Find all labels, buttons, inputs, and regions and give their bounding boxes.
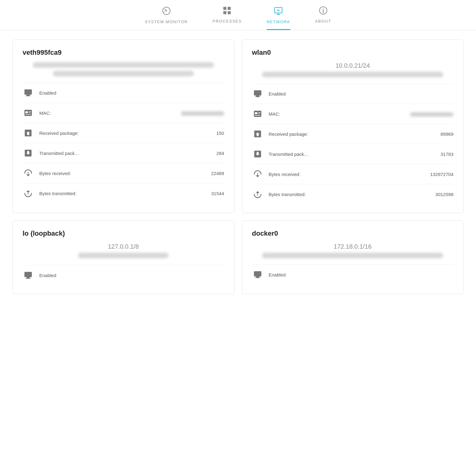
svg-rect-13 <box>24 89 32 95</box>
veth-status-label: Enabled <box>39 90 224 96</box>
wlan0-blurred-bar <box>262 72 443 77</box>
docker0-ip: 172.18.0.1/16 <box>252 243 454 250</box>
lo-ip: 127.0.0.1/8 <box>23 243 224 250</box>
svg-rect-31 <box>255 96 260 97</box>
svg-rect-46 <box>27 277 30 278</box>
veth-rx-packages-row: Received package: 150 <box>23 123 224 143</box>
monitor-icon-docker0 <box>252 269 263 280</box>
mac-icon-veth <box>23 107 34 118</box>
wlan0-rx-packages-row: Received package: 89969 <box>252 124 454 144</box>
svg-marker-43 <box>256 191 259 193</box>
svg-rect-17 <box>25 111 28 113</box>
card-wlan0: wlan0 10.0.0.21/24 Enabled <box>242 40 464 213</box>
bytes-tx-icon-veth <box>23 188 34 199</box>
network-cards-grid: veth995fca9 Enabled <box>12 40 464 294</box>
download-pkg-icon-wlan0 <box>252 128 263 139</box>
bytes-tx-icon-wlan0 <box>252 189 263 200</box>
card-veth995fca9: veth995fca9 Enabled <box>12 40 234 213</box>
wlan0-mac-row: MAC: <box>252 104 454 124</box>
info-icon <box>319 6 328 16</box>
lo-status-label: Enabled <box>39 273 224 278</box>
wlan0-bytes-tx-label: Bytes transmitted: <box>269 192 430 197</box>
gauge-icon <box>162 6 171 17</box>
veth-bytes-rx-label: Bytes received: <box>39 171 206 176</box>
nav-item-processes[interactable]: PROCESSES <box>212 6 242 28</box>
veth-tx-value: 284 <box>216 151 224 156</box>
docker0-status-label: Enabled <box>269 272 454 277</box>
navigation: SYSTEM MONITOR PROCESSES IP NETWORK <box>0 0 476 30</box>
system-monitor-label: SYSTEM MONITOR <box>145 19 188 24</box>
bytes-rx-icon-wlan0 <box>252 169 263 180</box>
veth-bytes-tx-label: Bytes transmitted: <box>39 191 206 196</box>
lo-blurred-bar <box>78 253 169 258</box>
wlan0-ip: 10.0.0.21/24 <box>252 62 454 69</box>
wlan0-bytes-tx-row: Bytes transmitted: 3012598 <box>252 184 454 204</box>
veth-tx-packages-row: Transmitted pack… 284 <box>23 143 224 163</box>
svg-rect-49 <box>256 276 259 277</box>
veth-bytes-rx-row: Bytes received: 22489 <box>23 163 224 183</box>
card-title-lo: lo (loopback) <box>23 229 224 238</box>
wlan0-bytes-rx-row: Bytes received: 132872704 <box>252 164 454 184</box>
nav-item-network[interactable]: IP NETWORK <box>267 6 290 30</box>
card-loopback: lo (loopback) 127.0.0.1/8 Enabled <box>12 221 234 294</box>
svg-rect-45 <box>24 272 32 277</box>
veth-blurred-bar2 <box>53 71 194 76</box>
veth-bytes-tx-value: 31544 <box>211 191 224 196</box>
svg-rect-15 <box>26 96 31 96</box>
wlan0-tx-value: 31783 <box>440 152 453 157</box>
docker0-status-row: Enabled <box>252 264 454 285</box>
veth-rx-label: Received package: <box>39 131 211 136</box>
veth-blurred-ip-bar <box>33 62 214 68</box>
svg-rect-33 <box>255 112 257 114</box>
monitor-icon-lo <box>23 270 34 281</box>
network-label: NETWORK <box>267 19 290 24</box>
about-label: ABOUT <box>315 19 331 24</box>
wlan0-bytes-tx-value: 3012598 <box>435 192 453 197</box>
veth-mac-row: MAC: <box>23 103 224 123</box>
main-content: veth995fca9 Enabled <box>0 30 476 303</box>
monitor-icon-wlan0 <box>252 88 263 99</box>
wlan0-rx-label: Received package: <box>269 131 435 137</box>
wlan0-tx-label: Transmitted pack… <box>269 152 435 157</box>
network-icon: IP <box>274 6 283 17</box>
wlan0-bytes-rx-value: 132872704 <box>430 172 453 177</box>
wlan0-status-label: Enabled <box>269 91 454 96</box>
processes-label: PROCESSES <box>212 19 242 24</box>
svg-rect-29 <box>254 90 261 96</box>
svg-marker-41 <box>256 175 259 177</box>
veth-rx-value: 150 <box>216 131 224 136</box>
svg-text:IP: IP <box>277 9 280 12</box>
nav-item-system-monitor[interactable]: SYSTEM MONITOR <box>145 6 188 29</box>
download-pkg-icon-veth <box>23 127 34 139</box>
monitor-icon-veth <box>23 87 34 98</box>
grid-icon <box>223 6 231 16</box>
mac-icon-wlan0 <box>252 108 263 119</box>
upload-pkg-icon-veth <box>23 148 34 159</box>
svg-marker-25 <box>26 174 30 176</box>
wlan0-bytes-rx-label: Bytes received: <box>269 172 425 177</box>
wlan0-mac-label: MAC: <box>269 111 405 117</box>
svg-rect-4 <box>223 11 226 14</box>
wlan0-status-row: Enabled <box>252 84 454 104</box>
wlan0-rx-value: 89969 <box>440 131 453 137</box>
svg-rect-3 <box>228 7 231 10</box>
veth-tx-label: Transmitted pack… <box>39 151 211 156</box>
bytes-rx-icon-veth <box>23 168 34 179</box>
svg-rect-2 <box>223 7 226 10</box>
veth-bytes-tx-row: Bytes transmitted: 31544 <box>23 183 224 203</box>
veth-bytes-rx-value: 22489 <box>211 171 224 176</box>
veth-mac-label: MAC: <box>39 110 175 116</box>
veth-status-row: Enabled <box>23 83 224 103</box>
veth-mac-value <box>181 110 224 115</box>
card-title-wlan0: wlan0 <box>252 49 454 57</box>
lo-status-row: Enabled <box>23 265 224 285</box>
card-docker0: docker0 172.18.0.1/16 Enabled <box>242 221 464 294</box>
svg-point-11 <box>323 9 324 10</box>
svg-marker-27 <box>26 190 30 192</box>
wlan0-mac-value <box>410 111 453 116</box>
card-title-veth: veth995fca9 <box>23 49 224 57</box>
svg-rect-14 <box>27 95 30 96</box>
nav-item-about[interactable]: ABOUT <box>315 6 331 28</box>
card-title-docker0: docker0 <box>252 229 454 238</box>
svg-rect-5 <box>228 11 231 14</box>
